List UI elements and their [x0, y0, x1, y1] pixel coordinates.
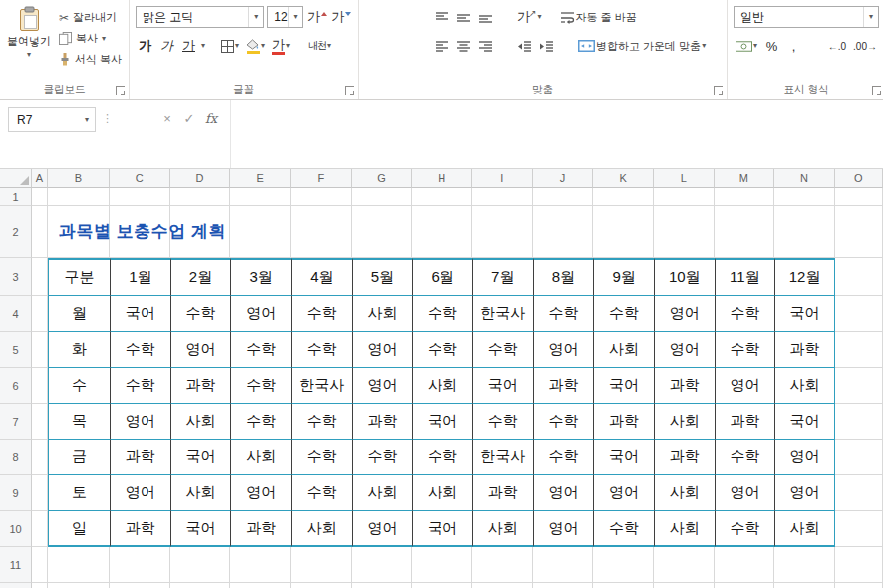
- cell-E5[interactable]: 수학: [230, 332, 291, 368]
- wrap-text-button[interactable]: 자동 줄 바꿈: [558, 6, 639, 28]
- cell-K4[interactable]: 수학: [593, 296, 654, 332]
- cell-O10[interactable]: [835, 511, 883, 547]
- cell-F5[interactable]: 수학: [291, 332, 352, 368]
- cell-L10[interactable]: 사회: [654, 511, 715, 547]
- cell-N6[interactable]: 사회: [774, 368, 835, 404]
- cell-E10[interactable]: 과학: [230, 511, 291, 547]
- cell-G9[interactable]: 사회: [352, 475, 413, 511]
- column-header-L[interactable]: L: [654, 169, 715, 188]
- cell-I4[interactable]: 한국사: [472, 296, 533, 332]
- name-box[interactable]: R7 ▾: [8, 107, 96, 132]
- cell-C1[interactable]: [110, 188, 170, 206]
- column-header-G[interactable]: G: [352, 169, 413, 188]
- insert-function-button[interactable]: fx: [200, 111, 222, 126]
- cell-J11[interactable]: [533, 547, 594, 583]
- cell-O2[interactable]: [835, 206, 883, 258]
- row-header-5[interactable]: 5: [0, 332, 32, 368]
- cell-I2[interactable]: [472, 206, 533, 258]
- cell-G6[interactable]: 영어: [352, 368, 413, 404]
- dialog-launcher-icon[interactable]: [116, 86, 125, 95]
- font-size-combobox[interactable]: 12 ▾: [267, 6, 303, 28]
- cell-O8[interactable]: [835, 440, 883, 475]
- fill-color-button[interactable]: ▾: [244, 35, 267, 57]
- select-all-corner[interactable]: [0, 169, 32, 188]
- cell-H9[interactable]: 사회: [412, 475, 472, 511]
- cell-F6[interactable]: 한국사: [291, 368, 352, 404]
- bold-button[interactable]: 가: [136, 35, 154, 57]
- cell-M6[interactable]: 영어: [715, 368, 775, 404]
- cell-C9[interactable]: 영어: [110, 475, 170, 511]
- cell-K6[interactable]: 국어: [593, 368, 654, 404]
- cell-I8[interactable]: 한국사: [472, 440, 533, 475]
- cell-G2[interactable]: [352, 206, 413, 258]
- cell-J12[interactable]: [533, 583, 594, 588]
- cell-N8[interactable]: 영어: [774, 440, 835, 475]
- increase-font-size-button[interactable]: 가: [306, 6, 327, 28]
- cell-L2[interactable]: [654, 206, 715, 258]
- cell-I5[interactable]: 수학: [472, 332, 533, 368]
- cell-F8[interactable]: 수학: [291, 440, 352, 475]
- cell-F10[interactable]: 사회: [291, 511, 352, 547]
- cell-H5[interactable]: 수학: [412, 332, 472, 368]
- copy-button[interactable]: 복사 ▾: [59, 29, 122, 48]
- decrease-indent-button[interactable]: [515, 35, 534, 57]
- cell-K7[interactable]: 과학: [593, 404, 654, 440]
- column-header-I[interactable]: I: [472, 169, 533, 188]
- cell-M2[interactable]: [715, 206, 775, 258]
- cell-B9[interactable]: 토: [48, 475, 110, 511]
- increase-decimal-button[interactable]: ←.0: [826, 35, 848, 57]
- cell-M8[interactable]: 수학: [715, 440, 775, 475]
- increase-indent-button[interactable]: [537, 35, 556, 57]
- cell-N11[interactable]: [774, 547, 835, 583]
- cell-I6[interactable]: 국어: [472, 368, 533, 404]
- cell-F12[interactable]: [291, 583, 352, 588]
- cell-F2[interactable]: [291, 206, 352, 258]
- cell-H4[interactable]: 수학: [412, 296, 472, 332]
- cell-B8[interactable]: 금: [48, 440, 110, 475]
- column-header-C[interactable]: C: [110, 169, 170, 188]
- row-header-3[interactable]: 3: [0, 258, 32, 296]
- cell-O3[interactable]: [835, 258, 883, 296]
- number-format-combobox[interactable]: 일반 ▾: [734, 6, 879, 28]
- cell-B2[interactable]: 과목별 보충수업 계획: [48, 206, 110, 258]
- cell-A2[interactable]: [32, 206, 48, 258]
- cell-K12[interactable]: [593, 583, 654, 588]
- cell-A4[interactable]: [32, 296, 48, 332]
- cell-D9[interactable]: 사회: [170, 475, 231, 511]
- cell-A11[interactable]: [32, 547, 48, 583]
- cell-A6[interactable]: [32, 368, 48, 404]
- cell-E12[interactable]: [230, 583, 291, 588]
- row-header-6[interactable]: 6: [0, 368, 32, 404]
- cell-J9[interactable]: 영어: [533, 475, 594, 511]
- cell-M12[interactable]: [715, 583, 775, 588]
- cell-G5[interactable]: 영어: [352, 332, 413, 368]
- cell-H11[interactable]: [412, 547, 472, 583]
- enter-button[interactable]: ✓: [178, 111, 200, 126]
- paste-button[interactable]: 붙여넣기 ▾: [6, 6, 52, 69]
- cell-J3[interactable]: 8월: [533, 258, 594, 296]
- cell-C8[interactable]: 과학: [110, 440, 170, 475]
- dialog-launcher-icon[interactable]: [714, 86, 723, 95]
- row-header-1[interactable]: 1: [0, 188, 32, 206]
- cell-E11[interactable]: [230, 547, 291, 583]
- cell-C4[interactable]: 국어: [110, 296, 170, 332]
- cell-D7[interactable]: 사회: [170, 404, 231, 440]
- cell-E2[interactable]: [230, 206, 291, 258]
- row-header-4[interactable]: 4: [0, 296, 32, 332]
- dialog-launcher-icon[interactable]: [345, 86, 354, 95]
- formula-input[interactable]: [230, 100, 883, 168]
- align-bottom-button[interactable]: [476, 6, 495, 28]
- cell-D6[interactable]: 과학: [170, 368, 231, 404]
- cell-B10[interactable]: 일: [48, 511, 110, 547]
- cell-A3[interactable]: [32, 258, 48, 296]
- cell-G7[interactable]: 과학: [352, 404, 413, 440]
- cell-J4[interactable]: 수학: [533, 296, 594, 332]
- cell-H6[interactable]: 사회: [412, 368, 472, 404]
- cell-G8[interactable]: 수학: [352, 440, 413, 475]
- cell-H7[interactable]: 국어: [412, 404, 472, 440]
- cell-H12[interactable]: [412, 583, 472, 588]
- cell-A9[interactable]: [32, 475, 48, 511]
- cell-L11[interactable]: [654, 547, 715, 583]
- phonetic-guide-button[interactable]: 내천 ▾: [306, 35, 333, 57]
- row-header-7[interactable]: 7: [0, 404, 32, 440]
